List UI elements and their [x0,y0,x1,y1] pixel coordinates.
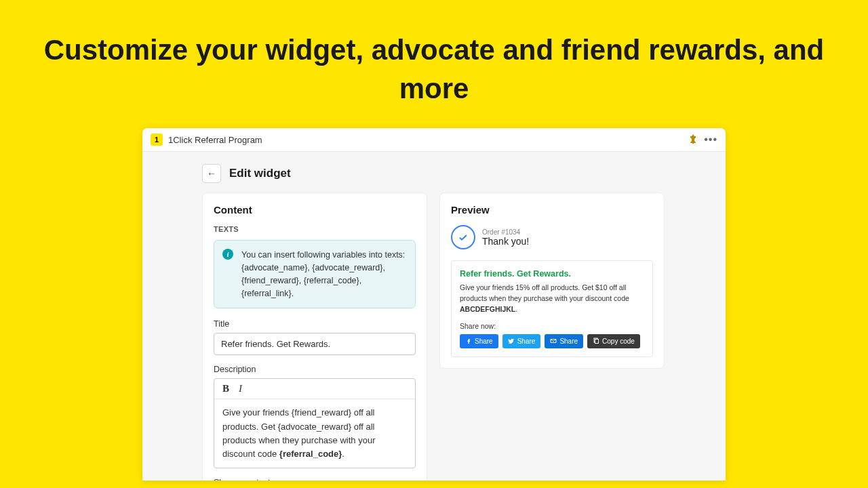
app-name: 1Click Referral Program [168,135,262,145]
variables-info-box: i You can insert following variables int… [214,240,416,308]
page-header: ← Edit widget [142,152,726,192]
title-field-label: Title [214,319,416,329]
back-button[interactable]: ← [202,164,221,183]
thank-you-text: Thank you! [482,236,529,247]
italic-button[interactable]: I [239,383,242,394]
share-now-label: Share now: [460,322,644,330]
app-header: 1 1Click Referral Program ••• [142,128,726,152]
title-input[interactable] [214,333,416,355]
share-now-field-label: Share now text [214,478,416,481]
widget-title: Refer friends. Get Rewards. [460,269,644,279]
pin-icon[interactable] [689,134,697,146]
order-confirmation: Order #1034 Thank you! [451,225,653,249]
app-window: 1 1Click Referral Program ••• ← Edit wid… [142,128,726,481]
content-heading: Content [214,204,416,216]
rte-toolbar: B I [214,379,415,399]
texts-label: TEXTS [214,225,416,233]
twitter-share-button[interactable]: Share [502,334,541,348]
order-number: Order #1034 [482,228,529,236]
app-logo-icon: 1 [151,134,163,146]
bold-button[interactable]: B [222,383,229,394]
svg-rect-1 [595,340,599,344]
check-icon [451,225,475,249]
email-icon [550,338,557,344]
hero-headline: Customize your widget, advocate and frie… [14,31,854,108]
description-field-label: Description [214,365,416,374]
more-menu-icon[interactable]: ••• [704,134,717,146]
page-title: Edit widget [229,167,291,180]
twitter-icon [508,338,515,344]
hero-banner: Customize your widget, advocate and frie… [0,0,868,128]
email-share-button[interactable]: Share [545,334,583,348]
preview-card: Preview Order #1034 Thank you! Refer fri… [439,192,665,368]
content-card: Content TEXTS i You can insert following… [202,192,427,481]
info-text: You can insert following variables into … [241,250,405,298]
copy-code-button[interactable]: Copy code [587,334,640,348]
share-buttons-row: Share Share Share Copy code [460,334,644,348]
facebook-icon [465,338,472,344]
facebook-share-button[interactable]: Share [460,334,498,348]
preview-heading: Preview [451,204,653,216]
description-textarea[interactable]: Give your friends {friend_reward} off al… [214,399,415,468]
widget-description: Give your friends 15% off all products. … [460,283,644,314]
info-icon: i [222,249,233,260]
referral-widget-preview: Refer friends. Get Rewards. Give your fr… [451,260,653,357]
description-editor: B I Give your friends {friend_reward} of… [214,378,416,468]
copy-icon [593,338,599,344]
